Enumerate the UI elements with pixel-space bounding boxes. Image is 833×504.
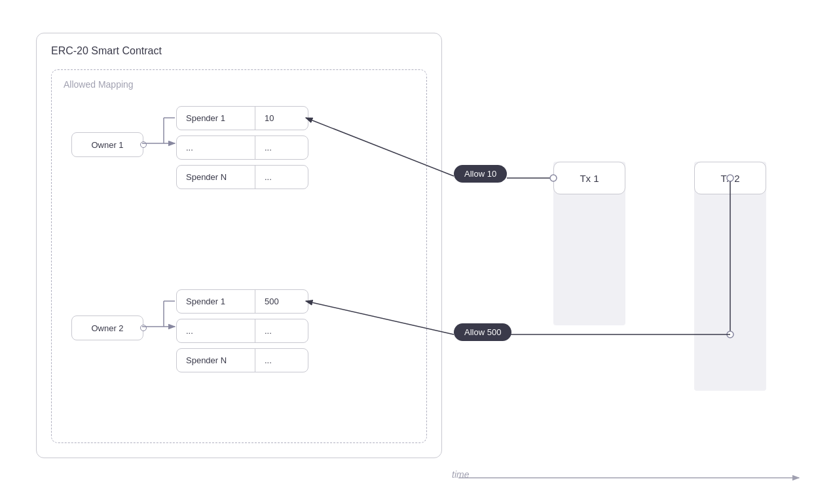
contract-box: ERC-20 Smart Contract Allowed Mapping Ow… (36, 33, 442, 458)
spender1-row3: Spender N ... (176, 165, 308, 189)
tx2-column-shade (694, 162, 766, 391)
allowed-mapping-box: Allowed Mapping Owner 1 Owner 2 Spender … (51, 69, 427, 443)
spender1-row3-value: ... (255, 166, 308, 189)
spender1-row1-value: 10 (255, 107, 308, 130)
tx2-label: Tx 2 (720, 173, 739, 184)
spender1-row2-name: ... (177, 136, 255, 159)
contract-title: ERC-20 Smart Contract (51, 45, 162, 57)
spender2-row2-value: ... (255, 319, 308, 342)
owner1-label: Owner 1 (91, 140, 123, 150)
spender2-row1-value: 500 (255, 290, 308, 313)
allow10-label: Allow 10 (464, 169, 496, 179)
spender2-row3-name: Spender N (177, 349, 255, 372)
spender1-row1: Spender 1 10 (176, 106, 308, 130)
spender2-row3-value: ... (255, 349, 308, 372)
spender2-row1-name: Spender 1 (177, 290, 255, 313)
mapping-label: Allowed Mapping (64, 79, 134, 90)
owner1-connector-dot (140, 141, 147, 148)
spender2-row2: ... ... (176, 319, 308, 343)
spender1-row3-name: Spender N (177, 166, 255, 189)
spender-group-1: Spender 1 10 ... ... Spender N ... (176, 106, 308, 194)
allow500-badge: Allow 500 (454, 323, 511, 341)
tx1-label: Tx 1 (580, 173, 599, 184)
spender1-row2-value: ... (255, 136, 308, 159)
spender2-row1: Spender 1 500 (176, 289, 308, 314)
time-label: time (452, 469, 469, 480)
owner1-box: Owner 1 (71, 132, 143, 157)
spender2-row2-name: ... (177, 319, 255, 342)
spender2-row3: Spender N ... (176, 348, 308, 372)
owner2-connector-dot (140, 325, 147, 331)
tx1-box: Tx 1 (553, 162, 625, 194)
spender1-row1-name: Spender 1 (177, 107, 255, 130)
spender-group-2: Spender 1 500 ... ... Spender N ... (176, 289, 308, 378)
allow10-badge: Allow 10 (454, 165, 507, 183)
allow500-label: Allow 500 (464, 327, 501, 337)
spender1-row2: ... ... (176, 135, 308, 160)
tx2-box: Tx 2 (694, 162, 766, 194)
owner2-label: Owner 2 (91, 323, 123, 333)
owner2-box: Owner 2 (71, 315, 143, 340)
